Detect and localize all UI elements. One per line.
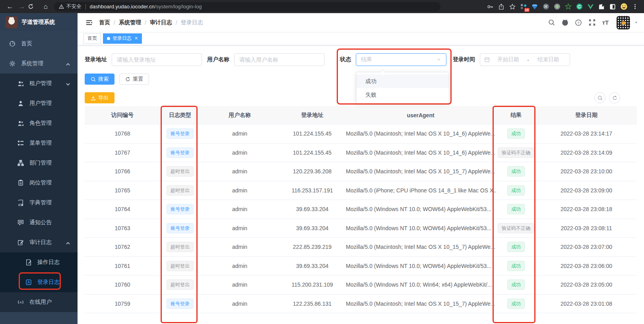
breadcrumb-home[interactable]: 首页	[99, 19, 110, 26]
help-question-icon[interactable]: ?	[574, 18, 583, 27]
github-icon[interactable]	[560, 18, 570, 27]
status-select[interactable]: 结果	[356, 53, 446, 66]
svg-text:A: A	[20, 301, 22, 304]
cell-user-agent: Mozilla/5.0 (Windows NT 10.0; Win64; x64…	[345, 281, 496, 288]
extension-badge: 10	[524, 8, 530, 12]
sidebar-item-department-management[interactable]: 部门管理	[0, 153, 78, 173]
sidebar-item-system-management[interactable]: 系统管理	[0, 54, 78, 74]
pentagram-extension-icon[interactable]	[563, 2, 573, 12]
hide-search-button[interactable]	[594, 92, 605, 103]
browser-reload-button[interactable]	[28, 4, 40, 10]
app-logo-row[interactable]: 芋道管理系统	[0, 13, 78, 31]
export-button[interactable]: 导出	[85, 92, 114, 103]
table-row: 10766超时登出admin120.229.36.208Mozilla/5.0 …	[85, 162, 637, 181]
cell-username: admin	[200, 206, 279, 212]
font-size-icon[interactable]: тT	[601, 18, 610, 27]
sidebar-item-label: 用户管理	[29, 100, 52, 107]
sidebar-item-dict-management[interactable]: 字典管理	[0, 193, 78, 213]
sync-extension-icon[interactable]	[574, 2, 584, 12]
users-icon	[17, 120, 24, 126]
sidebar-item-online-users[interactable]: A在线用户	[0, 292, 78, 312]
table-header-row: 访问编号日志类型用户名称登录地址userAgent结果登录日期	[85, 106, 637, 124]
tab-home[interactable]: 首页	[83, 33, 101, 44]
tab-close-icon[interactable]: ✕	[134, 36, 138, 41]
sidebar-item-home[interactable]: 首页	[0, 34, 78, 54]
cell-visit-id: 10767	[85, 149, 160, 156]
user-avatar[interactable]	[617, 16, 630, 29]
cell-login-address: 122.235.86.131	[279, 301, 345, 307]
share-icon[interactable]	[496, 2, 506, 12]
status-option-1[interactable]: 失败	[357, 88, 449, 101]
sidebar-fold-button[interactable]	[85, 19, 93, 26]
login-time-range-picker[interactable]: 开始日期 - 结束日期	[480, 53, 570, 66]
breadcrumb-audit-log[interactable]: 审计日志	[150, 19, 172, 26]
cell-login-date: 2022-03-28 23:01:08	[536, 301, 637, 307]
recorder-extension-icon[interactable]	[552, 2, 562, 12]
cell-login-address: 222.85.239.219	[279, 244, 345, 250]
sidebar-item-post-management[interactable]: 岗位管理	[0, 173, 78, 193]
search-button-label: 搜索	[98, 76, 109, 83]
address-bar[interactable]: 不安全 dashboard.yudao.iocoder.cn/system/lo…	[54, 2, 440, 12]
profile-avatar-icon[interactable]	[619, 2, 629, 12]
extensions-puzzle-icon[interactable]	[596, 2, 607, 12]
url-text: dashboard.yudao.iocoder.cn/system/log/lo…	[90, 4, 202, 10]
browser-home-button[interactable]: ⌂	[40, 3, 52, 11]
sidebar: 芋道管理系统 首页系统管理租户管理用户管理角色管理菜单管理部门管理岗位管理字典管…	[0, 13, 78, 324]
tab-group-icon[interactable]	[607, 2, 618, 12]
sidebar-item-menu-management[interactable]: 菜单管理	[0, 133, 78, 153]
header-search-icon[interactable]	[547, 18, 556, 27]
sidebar-item-label: 部门管理	[29, 159, 52, 167]
cell-login-date: 2022-03-28 23:10:00	[536, 168, 637, 175]
search-button[interactable]: 搜索	[85, 74, 114, 85]
log-type-tag: 超时登出	[167, 242, 194, 252]
sidebar-item-login-log[interactable]: A登录日志	[0, 272, 78, 292]
sidebar-item-notice-announcement[interactable]: 通知公告	[0, 213, 78, 233]
command-extension-icon[interactable]: ⌘	[541, 2, 551, 12]
cell-visit-id: 10763	[85, 225, 160, 231]
end-date-placeholder[interactable]: 结束日期	[531, 56, 566, 63]
sidebar-item-tenant-management[interactable]: 租户管理	[0, 74, 78, 93]
result-tag: 验证码不正确	[498, 147, 534, 158]
chevron-up-icon	[65, 240, 70, 245]
tab-label: 登录日志	[113, 35, 132, 42]
result-tag: 成功	[507, 128, 525, 139]
tab-manager-extension-icon[interactable]: 10	[518, 2, 529, 12]
fullscreen-icon[interactable]	[587, 18, 597, 27]
login-address-input[interactable]	[112, 53, 202, 66]
reset-button[interactable]: 重置	[119, 74, 149, 85]
start-date-placeholder[interactable]: 开始日期	[491, 56, 526, 63]
tab-login-log[interactable]: 登录日志 ✕	[103, 33, 142, 44]
status-option-0[interactable]: 成功	[357, 74, 449, 88]
cell-log-type: 账号登录	[160, 223, 200, 233]
column-header-5: 结果	[496, 112, 536, 119]
cell-login-address: 115.200.231.109	[279, 281, 345, 288]
cell-visit-id: 10760	[85, 281, 160, 288]
cell-visit-id: 10762	[85, 244, 160, 250]
calendar-icon	[484, 57, 490, 62]
sidebar-item-user-management[interactable]: 用户管理	[0, 93, 78, 113]
cell-log-type: 超时登出	[160, 279, 200, 290]
sidebar-item-audit-log[interactable]: 审计日志	[0, 233, 78, 252]
breadcrumb-system[interactable]: 系统管理	[119, 19, 141, 26]
vue-devtools-icon[interactable]	[585, 2, 596, 12]
refresh-table-button[interactable]	[609, 92, 620, 103]
column-header-2: 用户名称	[200, 112, 279, 119]
avatar-caret-down-icon[interactable]	[634, 20, 638, 25]
site-security-indicator[interactable]: 不安全	[59, 3, 81, 10]
gem-extension-icon[interactable]	[530, 2, 540, 12]
username-input[interactable]	[234, 53, 324, 66]
browser-forward-button[interactable]: →	[16, 3, 28, 11]
cell-user-agent: Mozilla/5.0 (Macintosh; Intel Mac OS X 1…	[345, 168, 496, 175]
chevron-up-icon	[436, 57, 441, 62]
table-body: 10768账号登录admin101.224.155.45Mozilla/5.0 …	[85, 124, 637, 313]
bookmark-star-icon[interactable]	[507, 2, 518, 12]
password-key-icon[interactable]	[485, 2, 495, 12]
browser-back-button[interactable]: ←	[4, 3, 16, 11]
browser-menu-icon[interactable]	[630, 2, 640, 12]
cell-visit-id: 10759	[85, 301, 160, 307]
sidebar-item-operation-log[interactable]: 操作日志	[0, 252, 78, 272]
sidebar-item-role-management[interactable]: 角色管理	[0, 113, 78, 133]
result-tag: 成功	[507, 242, 525, 252]
cell-log-type: 账号登录	[160, 299, 200, 309]
result-tag: 成功	[507, 204, 525, 214]
